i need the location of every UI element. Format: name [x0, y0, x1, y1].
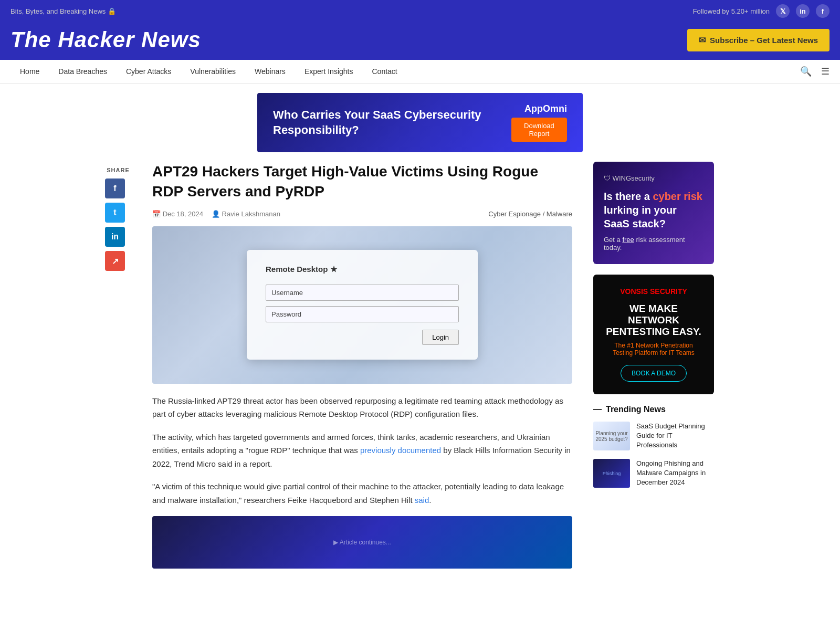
nav-webinars[interactable]: Webinars	[245, 60, 295, 83]
followers-text: Followed by 5.20+ million	[693, 7, 770, 15]
article-bottom-image: ▶ Article continues...	[152, 516, 572, 569]
article-body: The Russia-linked APT29 threat actor has…	[152, 394, 572, 507]
rdp-password-field: Password	[266, 306, 459, 322]
banner-ad-download-button[interactable]: Download Report	[511, 118, 567, 142]
share-label: SHARE	[105, 167, 131, 173]
trending-section: Trending News Planning your 2025 budget?…	[593, 405, 714, 488]
vonsig-ad: VONSIS SECURITY WE MAKE NETWORK PENTESTI…	[593, 275, 714, 394]
linkedin-icon[interactable]: in	[796, 4, 810, 18]
vonsig-logo: VONSIS SECURITY	[604, 287, 704, 296]
trending-title-1[interactable]: SaaS Budget Planning Guide for IT Profes…	[636, 422, 714, 450]
vonsig-headline: WE MAKE NETWORK PENTESTING EASY.	[604, 303, 704, 338]
rdp-title: Remote Desktop ★	[266, 265, 459, 274]
share-sidebar: SHARE f t in ↗	[105, 162, 131, 569]
envelope-icon: ✉	[699, 35, 706, 45]
meta-left: Dec 18, 2024 Ravie Lakshmanan	[152, 210, 280, 218]
rdp-username-field: Username	[266, 285, 459, 301]
nav-data-breaches[interactable]: Data Breaches	[49, 60, 117, 83]
share-other-button[interactable]: ↗	[105, 251, 125, 271]
article-paragraph-2: The activity, which has targeted governm…	[152, 430, 572, 471]
trending-thumb-1: Planning your 2025 budget?	[593, 422, 630, 450]
sidebar-right: 🛡 WINGsecurity Is there a cyber risk lur…	[593, 162, 714, 569]
article-category: Cyber Espionage / Malware	[488, 210, 572, 218]
nav-icons: 🔍 ☰	[800, 66, 830, 77]
subscribe-button[interactable]: ✉ Subscribe – Get Latest News	[687, 29, 830, 51]
nav-expert-insights[interactable]: Expert Insights	[295, 60, 363, 83]
menu-button[interactable]: ☰	[821, 66, 830, 77]
subscribe-label: Subscribe – Get Latest News	[710, 36, 818, 45]
banner-ad-right: AppOmni Download Report	[511, 103, 567, 142]
wing-subtext: Get a free risk assessment today.	[604, 236, 704, 251]
nav-cyber-attacks[interactable]: Cyber Attacks	[117, 60, 181, 83]
nav-contact[interactable]: Contact	[362, 60, 406, 83]
previously-documented-link[interactable]: previously documented	[360, 446, 441, 455]
banner-ad-text: Who Carries Your SaaS Cybersecurity Resp…	[273, 108, 511, 138]
search-button[interactable]: 🔍	[800, 66, 812, 77]
facebook-icon[interactable]: f	[816, 4, 830, 18]
share-linkedin-button[interactable]: in	[105, 227, 125, 247]
article-content: APT29 Hackers Target High-Value Victims …	[152, 162, 572, 569]
bottom-image-label: ▶ Article continues...	[333, 539, 391, 546]
article-title: APT29 Hackers Target High-Value Victims …	[152, 162, 572, 202]
article-hero-image: Remote Desktop ★ Username Password Login	[152, 226, 572, 384]
wing-headline: Is there a cyber risk lurking in your Sa…	[604, 190, 704, 230]
article-meta: Dec 18, 2024 Ravie Lakshmanan Cyber Espi…	[152, 210, 572, 218]
header: The Hacker News ✉ Subscribe – Get Latest…	[0, 22, 840, 60]
said-link[interactable]: said	[415, 496, 429, 505]
rdp-login-button[interactable]: Login	[422, 330, 459, 345]
trending-title-2[interactable]: Ongoing Phishing and Malware Campaigns i…	[636, 459, 714, 488]
article-author: Ravie Lakshmanan	[212, 210, 280, 218]
banner-ad: Who Carries Your SaaS Cybersecurity Resp…	[257, 93, 583, 152]
wing-ad: 🛡 WINGsecurity Is there a cyber risk lur…	[593, 162, 714, 264]
nav-home[interactable]: Home	[10, 60, 49, 83]
vonsig-demo-button[interactable]: BOOK A DEMO	[621, 365, 687, 382]
twitter-icon[interactable]: 𝕏	[776, 4, 790, 18]
phishing-thumb-image: Phishing	[593, 459, 630, 488]
saas-thumb-image: Planning your 2025 budget?	[593, 422, 630, 450]
share-twitter-button[interactable]: t	[105, 203, 125, 223]
top-bar: Bits, Bytes, and Breaking News 🔒 Followe…	[0, 0, 840, 22]
share-facebook-button[interactable]: f	[105, 178, 125, 198]
tagline: Bits, Bytes, and Breaking News 🔒	[10, 7, 116, 15]
trending-header: Trending News	[593, 405, 714, 414]
site-title: The Hacker News	[10, 27, 201, 52]
nav-bar: Home Data Breaches Cyber Attacks Vulnera…	[0, 60, 840, 83]
banner-ad-logo: AppOmni	[511, 103, 567, 114]
main-layout: SHARE f t in ↗ APT29 Hackers Target High…	[94, 162, 746, 569]
vonsig-subtext: The #1 Network Penetration Testing Platf…	[604, 342, 704, 356]
rdp-screen: Remote Desktop ★ Username Password Login	[247, 250, 478, 360]
wing-logo: 🛡 WINGsecurity	[604, 174, 704, 182]
trending-item-1: Planning your 2025 budget? SaaS Budget P…	[593, 422, 714, 450]
trending-thumb-2: Phishing	[593, 459, 630, 488]
top-bar-right: Followed by 5.20+ million 𝕏 in f	[693, 4, 830, 18]
trending-item-2: Phishing Ongoing Phishing and Malware Ca…	[593, 459, 714, 488]
article-date: Dec 18, 2024	[152, 210, 203, 218]
article-paragraph-1: The Russia-linked APT29 threat actor has…	[152, 394, 572, 421]
article-paragraph-3: "A victim of this technique would give p…	[152, 480, 572, 507]
nav-vulnerabilities[interactable]: Vulnerabilities	[181, 60, 245, 83]
nav-links: Home Data Breaches Cyber Attacks Vulnera…	[10, 60, 407, 83]
